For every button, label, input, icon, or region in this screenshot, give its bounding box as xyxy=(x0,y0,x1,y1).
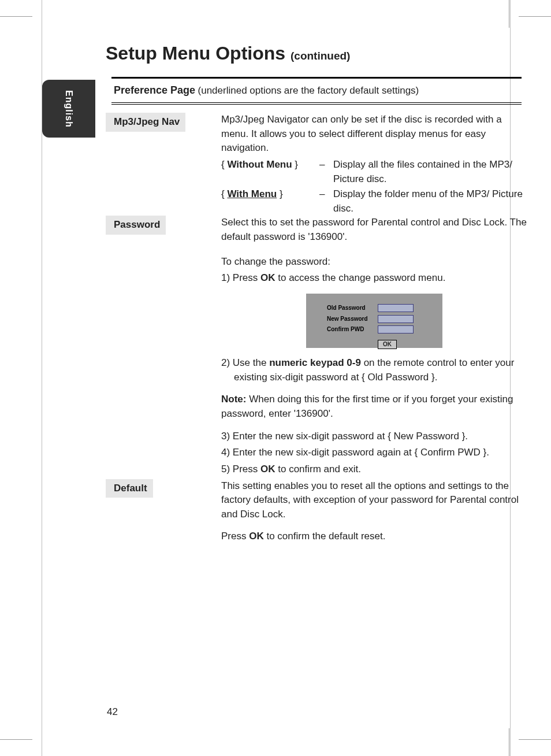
opt-without-menu-name: Without Menu xyxy=(227,159,292,170)
password-dialog-mock: Old Password New Password Confirm PWD xyxy=(306,294,442,348)
opt-without-menu-desc: Display all the files contained in the M… xyxy=(333,158,527,186)
pwd-note: Note: When doing this for the first time… xyxy=(221,392,527,421)
section-title: Preference Page xyxy=(114,84,195,96)
label-password: Password xyxy=(106,216,166,235)
title-main: Setup Menu Options xyxy=(106,43,285,64)
options-table: Mp3/Jpeg Nav Mp3/Jpeg Navigator can only… xyxy=(111,113,527,546)
pwd-intro: Select this to set the password for Pare… xyxy=(221,216,527,244)
label-mp3-nav: Mp3/Jpeg Nav xyxy=(106,113,185,132)
pwd-step5-b: to confirm and exit. xyxy=(276,464,361,475)
default-intro: This setting enables you to reset all th… xyxy=(221,479,527,522)
language-tab: English xyxy=(42,80,95,138)
dlg-conf-row: Confirm PWD xyxy=(327,325,434,334)
content-area: Setup Menu Options (continued) Preferenc… xyxy=(106,43,522,546)
row-default: Default This setting enables you to rese… xyxy=(111,479,527,547)
language-label: English xyxy=(64,90,74,128)
section-header: Preference Page (underlined options are … xyxy=(111,77,522,105)
row-password: Password Select this to set the password… xyxy=(111,216,527,479)
dlg-new-field xyxy=(378,315,414,323)
dlg-new-label: New Password xyxy=(327,315,378,324)
label-default: Default xyxy=(106,479,153,498)
pwd-step1-a: 1) Press xyxy=(221,272,260,283)
mp3-intro: Mp3/Jpeg Navigator can only be set if th… xyxy=(221,113,527,155)
opt-with-menu-desc: Display the folder menu of the MP3/ Pict… xyxy=(333,187,527,216)
default-press: Press OK to confirm the default reset. xyxy=(221,529,527,544)
pwd-step2: 2) Use the numeric keypad 0-9 on the rem… xyxy=(234,356,527,384)
default-press-a: Press xyxy=(221,531,249,542)
row-mp3-nav: Mp3/Jpeg Nav Mp3/Jpeg Navigator can only… xyxy=(111,113,527,216)
dlg-ok-button: OK xyxy=(378,340,397,350)
pwd-note-head: Note: xyxy=(221,394,246,405)
option-with-menu: { With Menu } – Display the folder menu … xyxy=(221,187,527,216)
pwd-step1-ok: OK xyxy=(260,272,276,283)
page-frame: English Setup Menu Options (continued) P… xyxy=(42,0,511,756)
section-subtitle: (underlined options are the factory defa… xyxy=(198,85,419,96)
opt-with-menu-name: With Menu xyxy=(227,188,277,199)
dlg-new-row: New Password xyxy=(327,315,434,324)
dlg-old-label: Old Password xyxy=(327,304,378,313)
pwd-step1: 1) Press OK to access the change passwor… xyxy=(221,271,527,286)
page-number: 42 xyxy=(107,706,118,718)
pwd-change-head: To change the password: xyxy=(221,255,527,269)
dlg-old-row: Old Password xyxy=(327,304,434,313)
pwd-step4: 4) Enter the new six-digit password agai… xyxy=(221,446,527,460)
pwd-step3: 3) Enter the new six-digit password at {… xyxy=(221,429,527,444)
dlg-conf-label: Confirm PWD xyxy=(327,325,378,334)
option-without-menu: { Without Menu } – Display all the files… xyxy=(221,158,527,186)
pwd-step5-ok: OK xyxy=(260,464,276,475)
pwd-step5: 5) Press OK to confirm and exit. xyxy=(221,462,527,477)
pwd-step2-bold: numeric keypad 0-9 xyxy=(269,357,361,368)
default-press-b: to confirm the default reset. xyxy=(264,531,386,542)
title-continued: (continued) xyxy=(291,50,350,62)
pwd-note-body: When doing this for the first time or if… xyxy=(221,394,513,419)
dlg-old-field xyxy=(378,304,414,312)
pwd-step1-b: to access the change password menu. xyxy=(276,272,446,283)
dlg-conf-field xyxy=(378,325,414,333)
page-title: Setup Menu Options (continued) xyxy=(106,43,522,64)
pwd-step5-a: 5) Press xyxy=(221,464,260,475)
pwd-step2-a: 2) Use the xyxy=(221,357,269,368)
default-press-ok: OK xyxy=(249,531,264,542)
